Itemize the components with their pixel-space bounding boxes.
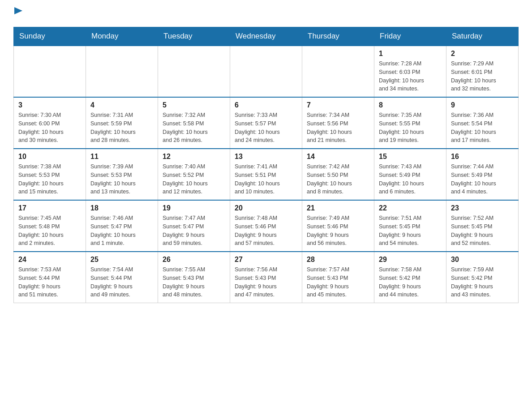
day-number: 8 [379,101,442,109]
calendar-day: 26Sunrise: 7:55 AM Sunset: 5:43 PM Dayli… [158,252,230,303]
day-info: Sunrise: 7:40 AM Sunset: 5:52 PM Dayligh… [163,163,225,196]
day-info: Sunrise: 7:33 AM Sunset: 5:57 PM Dayligh… [235,111,297,145]
day-number: 16 [451,153,514,161]
day-info: Sunrise: 7:34 AM Sunset: 5:56 PM Dayligh… [307,111,369,145]
day-info: Sunrise: 7:35 AM Sunset: 5:55 PM Dayligh… [379,111,442,145]
calendar-day: 17Sunrise: 7:45 AM Sunset: 5:48 PM Dayli… [14,200,86,252]
day-info: Sunrise: 7:53 AM Sunset: 5:44 PM Dayligh… [18,265,81,299]
calendar-day: 23Sunrise: 7:52 AM Sunset: 5:45 PM Dayli… [446,200,519,252]
calendar-day [14,46,86,97]
logo-triangle-icon [13,9,22,18]
header-wednesday: Wednesday [230,27,302,46]
header-thursday: Thursday [302,27,374,46]
day-number: 29 [379,256,442,264]
day-number: 11 [90,153,153,161]
day-number: 6 [235,101,297,109]
calendar-day: 12Sunrise: 7:40 AM Sunset: 5:52 PM Dayli… [158,149,230,200]
calendar-day: 8Sunrise: 7:35 AM Sunset: 5:55 PM Daylig… [374,97,446,149]
calendar-week-5: 24Sunrise: 7:53 AM Sunset: 5:44 PM Dayli… [14,252,519,303]
day-info: Sunrise: 7:42 AM Sunset: 5:50 PM Dayligh… [307,163,369,196]
calendar-week-4: 17Sunrise: 7:45 AM Sunset: 5:48 PM Dayli… [14,200,519,252]
day-number: 26 [163,256,225,264]
day-number: 17 [18,204,81,212]
day-info: Sunrise: 7:49 AM Sunset: 5:46 PM Dayligh… [307,214,369,248]
day-number: 30 [451,256,514,264]
day-info: Sunrise: 7:51 AM Sunset: 5:45 PM Dayligh… [379,214,442,248]
calendar-day [230,46,302,97]
day-info: Sunrise: 7:39 AM Sunset: 5:53 PM Dayligh… [90,163,153,196]
calendar-day: 28Sunrise: 7:57 AM Sunset: 5:43 PM Dayli… [302,252,374,303]
header-tuesday: Tuesday [158,27,230,46]
calendar-day [302,46,374,97]
day-info: Sunrise: 7:31 AM Sunset: 5:59 PM Dayligh… [90,111,153,145]
calendar-week-2: 3Sunrise: 7:30 AM Sunset: 6:00 PM Daylig… [14,97,519,149]
calendar-day: 24Sunrise: 7:53 AM Sunset: 5:44 PM Dayli… [14,252,86,303]
day-number: 4 [90,101,153,109]
calendar-day: 16Sunrise: 7:44 AM Sunset: 5:49 PM Dayli… [446,149,519,200]
day-info: Sunrise: 7:48 AM Sunset: 5:46 PM Dayligh… [235,214,297,248]
logo [13,9,22,18]
calendar-day: 2Sunrise: 7:29 AM Sunset: 6:01 PM Daylig… [446,46,519,97]
calendar-day: 1Sunrise: 7:28 AM Sunset: 6:03 PM Daylig… [374,46,446,97]
day-number: 28 [307,256,369,264]
day-number: 10 [18,153,81,161]
day-number: 20 [235,204,297,212]
calendar-day: 4Sunrise: 7:31 AM Sunset: 5:59 PM Daylig… [86,97,158,149]
calendar-day: 10Sunrise: 7:38 AM Sunset: 5:53 PM Dayli… [14,149,86,200]
day-number: 3 [18,101,81,109]
calendar-day: 27Sunrise: 7:56 AM Sunset: 5:43 PM Dayli… [230,252,302,303]
day-info: Sunrise: 7:36 AM Sunset: 5:54 PM Dayligh… [451,111,514,145]
day-number: 22 [379,204,442,212]
day-info: Sunrise: 7:55 AM Sunset: 5:43 PM Dayligh… [163,265,225,299]
day-info: Sunrise: 7:41 AM Sunset: 5:51 PM Dayligh… [235,163,297,196]
day-info: Sunrise: 7:29 AM Sunset: 6:01 PM Dayligh… [451,60,514,93]
calendar-day: 22Sunrise: 7:51 AM Sunset: 5:45 PM Dayli… [374,200,446,252]
day-number: 27 [235,256,297,264]
page-header [13,9,519,18]
day-info: Sunrise: 7:32 AM Sunset: 5:58 PM Dayligh… [163,111,225,145]
header-sunday: Sunday [14,27,86,46]
day-number: 12 [163,153,225,161]
day-info: Sunrise: 7:44 AM Sunset: 5:49 PM Dayligh… [451,163,514,196]
day-number: 7 [307,101,369,109]
day-number: 23 [451,204,514,212]
day-number: 14 [307,153,369,161]
calendar-day: 19Sunrise: 7:47 AM Sunset: 5:47 PM Dayli… [158,200,230,252]
day-info: Sunrise: 7:46 AM Sunset: 5:47 PM Dayligh… [90,214,153,248]
day-number: 1 [379,50,442,58]
calendar-header-row: Sunday Monday Tuesday Wednesday Thursday… [14,27,519,46]
header-friday: Friday [374,27,446,46]
day-info: Sunrise: 7:52 AM Sunset: 5:45 PM Dayligh… [451,214,514,248]
day-number: 9 [451,101,514,109]
day-number: 15 [379,153,442,161]
day-info: Sunrise: 7:47 AM Sunset: 5:47 PM Dayligh… [163,214,225,248]
calendar-day: 18Sunrise: 7:46 AM Sunset: 5:47 PM Dayli… [86,200,158,252]
calendar-day: 13Sunrise: 7:41 AM Sunset: 5:51 PM Dayli… [230,149,302,200]
svg-marker-0 [14,7,22,14]
calendar-day: 21Sunrise: 7:49 AM Sunset: 5:46 PM Dayli… [302,200,374,252]
header-monday: Monday [86,27,158,46]
day-info: Sunrise: 7:45 AM Sunset: 5:48 PM Dayligh… [18,214,81,248]
day-number: 18 [90,204,153,212]
calendar-week-1: 1Sunrise: 7:28 AM Sunset: 6:03 PM Daylig… [14,46,519,97]
day-info: Sunrise: 7:30 AM Sunset: 6:00 PM Dayligh… [18,111,81,145]
day-info: Sunrise: 7:54 AM Sunset: 5:44 PM Dayligh… [90,265,153,299]
calendar-day: 5Sunrise: 7:32 AM Sunset: 5:58 PM Daylig… [158,97,230,149]
calendar-day: 6Sunrise: 7:33 AM Sunset: 5:57 PM Daylig… [230,97,302,149]
calendar-day: 3Sunrise: 7:30 AM Sunset: 6:00 PM Daylig… [14,97,86,149]
calendar-day: 15Sunrise: 7:43 AM Sunset: 5:49 PM Dayli… [374,149,446,200]
day-info: Sunrise: 7:59 AM Sunset: 5:42 PM Dayligh… [451,265,514,299]
calendar-day: 29Sunrise: 7:58 AM Sunset: 5:42 PM Dayli… [374,252,446,303]
calendar-day: 9Sunrise: 7:36 AM Sunset: 5:54 PM Daylig… [446,97,519,149]
day-number: 2 [451,50,514,58]
day-info: Sunrise: 7:28 AM Sunset: 6:03 PM Dayligh… [379,60,442,93]
calendar-day: 7Sunrise: 7:34 AM Sunset: 5:56 PM Daylig… [302,97,374,149]
day-number: 25 [90,256,153,264]
day-number: 5 [163,101,225,109]
calendar-day: 14Sunrise: 7:42 AM Sunset: 5:50 PM Dayli… [302,149,374,200]
day-number: 24 [18,256,81,264]
day-info: Sunrise: 7:56 AM Sunset: 5:43 PM Dayligh… [235,265,297,299]
calendar-week-3: 10Sunrise: 7:38 AM Sunset: 5:53 PM Dayli… [14,149,519,200]
day-number: 21 [307,204,369,212]
calendar-day [86,46,158,97]
